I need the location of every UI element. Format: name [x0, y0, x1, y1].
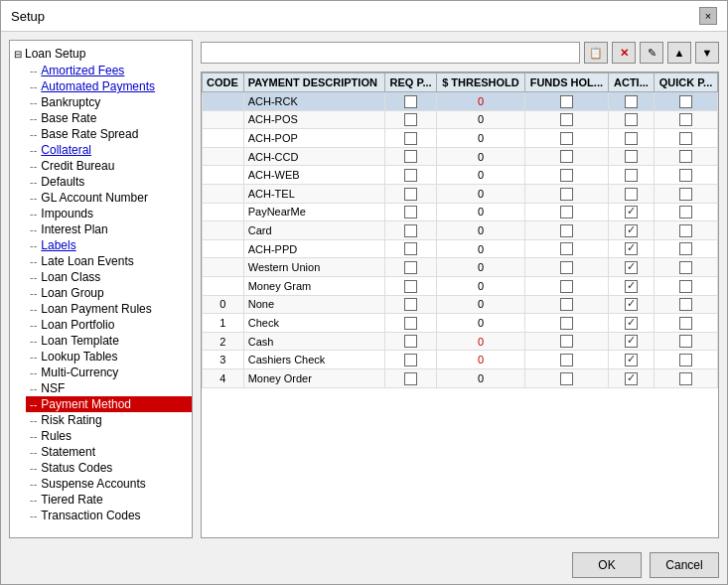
sidebar-item-loan-class[interactable]: --Loan Class: [26, 269, 192, 285]
checkbox-funds[interactable]: [560, 132, 573, 145]
sidebar-item-automated-payments[interactable]: --Automated Payments: [26, 78, 192, 94]
checkbox-funds[interactable]: [560, 335, 573, 348]
checkbox-funds[interactable]: [560, 224, 573, 237]
sidebar-item-impounds[interactable]: --Impounds: [26, 206, 192, 221]
table-row[interactable]: 4Money Order0: [203, 368, 718, 387]
checkbox-reqp[interactable]: [404, 95, 417, 108]
checkbox-funds[interactable]: [560, 113, 573, 126]
checkbox-reqp[interactable]: [404, 169, 417, 182]
checkbox-acti[interactable]: [625, 169, 638, 182]
checkbox-quickp[interactable]: [679, 132, 692, 145]
sidebar-item-loan-template[interactable]: --Loan Template: [26, 333, 192, 349]
checkbox-quickp[interactable]: [679, 188, 692, 201]
checkbox-acti[interactable]: [625, 188, 638, 201]
checkbox-reqp[interactable]: [404, 317, 417, 330]
table-row[interactable]: ACH-CCD0: [203, 147, 718, 166]
table-row[interactable]: 1Check0: [203, 314, 718, 333]
move-down-button[interactable]: ▼: [695, 42, 719, 64]
table-row[interactable]: Money Gram0: [203, 276, 718, 295]
checkbox-acti[interactable]: [625, 261, 638, 274]
checkbox-reqp[interactable]: [404, 298, 417, 311]
sidebar-item-rules[interactable]: --Rules: [26, 428, 192, 444]
table-row[interactable]: ACH-RCK0: [203, 92, 718, 111]
sidebar-item-collateral[interactable]: --Collateral: [26, 142, 192, 158]
checkbox-funds[interactable]: [560, 206, 573, 219]
sidebar-item-loan-payment-rules[interactable]: --Loan Payment Rules: [26, 301, 192, 317]
sidebar-item-labels[interactable]: --Labels: [26, 237, 192, 253]
checkbox-reqp[interactable]: [404, 206, 417, 219]
checkbox-funds[interactable]: [560, 188, 573, 201]
table-row[interactable]: ACH-PPD0: [203, 239, 718, 258]
checkbox-quickp[interactable]: [679, 335, 692, 348]
checkbox-acti[interactable]: [625, 280, 638, 293]
checkbox-quickp[interactable]: [679, 261, 692, 274]
ok-button[interactable]: OK: [572, 552, 642, 578]
checkbox-reqp[interactable]: [404, 280, 417, 293]
sidebar-item-late-loan-events[interactable]: --Late Loan Events: [26, 253, 192, 269]
checkbox-reqp[interactable]: [404, 372, 417, 385]
sidebar-item-nsf[interactable]: --NSF: [26, 380, 192, 396]
checkbox-quickp[interactable]: [679, 354, 692, 366]
checkbox-funds[interactable]: [560, 150, 573, 163]
cancel-button[interactable]: Cancel: [650, 552, 719, 578]
table-row[interactable]: ACH-POS0: [203, 110, 718, 129]
checkbox-funds[interactable]: [560, 169, 573, 182]
move-up-button[interactable]: ▲: [667, 42, 691, 64]
sidebar-item-loan-portfolio[interactable]: --Loan Portfolio: [26, 317, 192, 333]
checkbox-quickp[interactable]: [679, 317, 692, 330]
checkbox-quickp[interactable]: [679, 95, 692, 108]
checkbox-funds[interactable]: [560, 298, 573, 311]
table-row[interactable]: ACH-POP0: [203, 129, 718, 148]
tree-root[interactable]: ⊟ Loan Setup: [10, 45, 192, 63]
sidebar-item-lookup-tables[interactable]: --Lookup Tables: [26, 349, 192, 365]
sidebar-item-risk-rating[interactable]: --Risk Rating: [26, 412, 192, 428]
checkbox-reqp[interactable]: [404, 132, 417, 145]
checkbox-reqp[interactable]: [404, 188, 417, 201]
checkbox-quickp[interactable]: [679, 242, 692, 255]
table-row[interactable]: PayNearMe0: [203, 203, 718, 221]
checkbox-reqp[interactable]: [404, 150, 417, 163]
checkbox-quickp[interactable]: [679, 169, 692, 182]
table-row[interactable]: 3Cashiers Check0: [203, 351, 718, 369]
sidebar-item-statement[interactable]: --Statement: [26, 444, 192, 460]
checkbox-funds[interactable]: [560, 317, 573, 330]
checkbox-reqp[interactable]: [404, 354, 417, 366]
checkbox-acti[interactable]: [625, 354, 638, 366]
table-row[interactable]: ACH-TEL0: [203, 184, 718, 203]
sidebar-item-suspense-accounts[interactable]: --Suspense Accounts: [26, 476, 192, 492]
checkbox-reqp[interactable]: [404, 261, 417, 274]
sidebar-item-base-rate-spread[interactable]: --Base Rate Spread: [26, 126, 192, 142]
checkbox-acti[interactable]: [625, 224, 638, 237]
checkbox-funds[interactable]: [560, 280, 573, 293]
copy-button[interactable]: 📋: [584, 42, 608, 64]
checkbox-acti[interactable]: [625, 113, 638, 126]
table-row[interactable]: 2Cash0: [203, 332, 718, 351]
sidebar-item-defaults[interactable]: --Defaults: [26, 174, 192, 190]
checkbox-reqp[interactable]: [404, 242, 417, 255]
checkbox-reqp[interactable]: [404, 113, 417, 126]
checkbox-reqp[interactable]: [404, 335, 417, 348]
sidebar-item-status-codes[interactable]: --Status Codes: [26, 460, 192, 476]
checkbox-funds[interactable]: [560, 242, 573, 255]
sidebar-item-payment-method[interactable]: --Payment Method: [26, 396, 192, 412]
search-input[interactable]: [201, 42, 580, 64]
sidebar-item-base-rate[interactable]: --Base Rate: [26, 110, 192, 126]
checkbox-reqp[interactable]: [404, 224, 417, 237]
checkbox-acti[interactable]: [625, 335, 638, 348]
checkbox-acti[interactable]: [625, 132, 638, 145]
sidebar-item-amortized-fees[interactable]: --Amortized Fees: [26, 63, 192, 78]
checkbox-funds[interactable]: [560, 95, 573, 108]
edit-button[interactable]: ✎: [640, 42, 663, 64]
sidebar-item-bankruptcy[interactable]: --Bankruptcy: [26, 94, 192, 110]
sidebar-item-transaction-codes[interactable]: --Transaction Codes: [26, 508, 192, 523]
checkbox-acti[interactable]: [625, 317, 638, 330]
checkbox-quickp[interactable]: [679, 206, 692, 219]
checkbox-acti[interactable]: [625, 242, 638, 255]
close-button[interactable]: ×: [699, 7, 717, 25]
checkbox-acti[interactable]: [625, 372, 638, 385]
sidebar-item-loan-group[interactable]: --Loan Group: [26, 285, 192, 301]
table-row[interactable]: 0None0: [203, 295, 718, 314]
sidebar-item-gl-account-number[interactable]: --GL Account Number: [26, 190, 192, 206]
sidebar-item-interest-plan[interactable]: --Interest Plan: [26, 221, 192, 237]
checkbox-quickp[interactable]: [679, 298, 692, 311]
